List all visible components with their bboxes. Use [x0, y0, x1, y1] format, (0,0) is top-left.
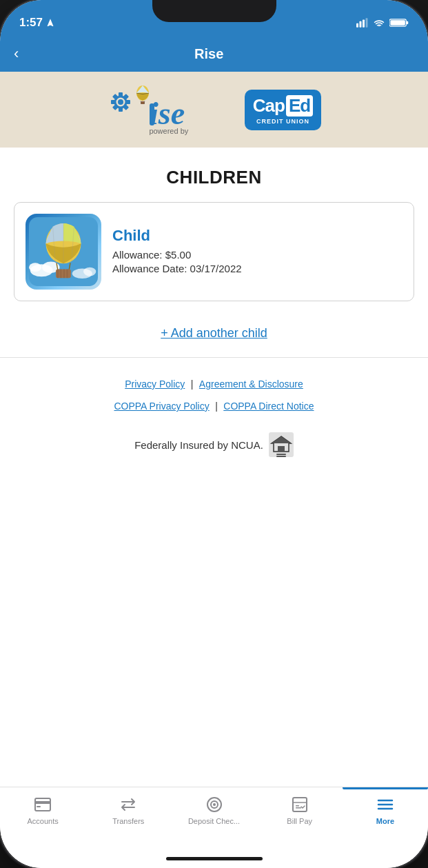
- federally-insured-text: Federally Insured by NCUA.: [134, 439, 263, 451]
- main-content: CHILDREN: [0, 148, 428, 787]
- status-time: 1:57: [19, 16, 55, 30]
- child-allowance-date: Allowance Date: 03/17/2022: [112, 263, 402, 274]
- back-button[interactable]: ‹: [14, 45, 19, 63]
- svg-point-51: [213, 803, 216, 806]
- agreement-disclosure-link[interactable]: Agreement & Disclosure: [199, 379, 303, 390]
- signal-icon: [356, 18, 369, 28]
- screen: 1:57: [0, 0, 428, 868]
- section-title: CHILDREN: [0, 148, 428, 202]
- home-bar: [166, 857, 263, 860]
- svg-rect-22: [150, 103, 154, 125]
- tab-deposit[interactable]: Deposit Chec...: [171, 796, 256, 825]
- billpay-icon: [291, 796, 309, 814]
- svg-rect-9: [119, 92, 123, 97]
- wifi-icon: [373, 18, 385, 28]
- svg-rect-0: [356, 23, 358, 28]
- accounts-label: Accounts: [27, 817, 58, 825]
- svg-rect-37: [60, 269, 61, 278]
- svg-rect-13: [119, 108, 123, 112]
- svg-point-26: [29, 263, 41, 272]
- transfers-label: Transfers: [112, 817, 144, 825]
- powered-by-text: powered by: [149, 127, 188, 135]
- child-name: Child: [112, 227, 402, 245]
- transfers-icon: [119, 796, 137, 814]
- svg-rect-2: [363, 20, 365, 28]
- tab-billpay[interactable]: Bill Pay: [257, 796, 343, 825]
- svg-rect-36: [57, 269, 59, 278]
- svg-rect-55: [296, 807, 301, 809]
- tab-transfers[interactable]: Transfers: [85, 796, 171, 825]
- svg-rect-15: [111, 100, 115, 104]
- svg-point-28: [83, 268, 96, 276]
- svg-rect-39: [67, 269, 68, 278]
- svg-rect-5: [406, 21, 408, 24]
- content-area: ise powered by Cap Ed CREDIT UNION: [0, 72, 428, 787]
- child-info: Child Allowance: $5.00 Allowance Date: 0…: [112, 227, 402, 276]
- sep1: |: [191, 379, 194, 390]
- accounts-icon: [34, 796, 52, 814]
- svg-rect-11: [126, 100, 130, 104]
- tab-accounts[interactable]: Accounts: [0, 796, 85, 825]
- notch: [152, 0, 276, 22]
- more-icon: [376, 796, 394, 814]
- svg-text:ise: ise: [150, 96, 185, 131]
- balloon-scene-svg: [29, 217, 98, 286]
- phone-shell: 1:57: [0, 0, 428, 868]
- privacy-policy-link[interactable]: Privacy Policy: [125, 379, 185, 390]
- svg-point-8: [118, 99, 123, 105]
- svg-rect-46: [35, 798, 50, 811]
- svg-rect-52: [293, 798, 307, 811]
- rise-logo-svg: ise: [107, 84, 231, 132]
- footer-links: Privacy Policy | Agreement & Disclosure …: [0, 358, 428, 425]
- caped-subtitle: CREDIT UNION: [256, 118, 309, 125]
- tab-bar: Accounts Transfers Deposit Chec...: [0, 787, 428, 849]
- navigation-icon: [45, 18, 55, 28]
- child-avatar: [26, 214, 101, 290]
- home-indicator: [0, 849, 428, 868]
- brand-banner: ise powered by Cap Ed CREDIT UNION: [0, 72, 428, 148]
- add-child-section: + Add another child: [0, 315, 428, 358]
- deposit-icon: [205, 796, 223, 814]
- svg-rect-45: [276, 456, 286, 457]
- deposit-label: Deposit Chec...: [188, 817, 240, 825]
- more-label: More: [376, 817, 394, 825]
- coppa-privacy-link[interactable]: COPPA Privacy Policy: [114, 401, 209, 412]
- add-child-link[interactable]: + Add another child: [161, 326, 267, 340]
- coppa-direct-link[interactable]: COPPA Direct Notice: [223, 401, 314, 412]
- child-card[interactable]: Child Allowance: $5.00 Allowance Date: 0…: [14, 202, 414, 301]
- battery-icon: [389, 18, 409, 28]
- svg-rect-54: [296, 805, 299, 807]
- child-allowance: Allowance: $5.00: [112, 249, 402, 261]
- svg-rect-38: [63, 269, 65, 278]
- tab-active-indicator: [343, 787, 428, 789]
- federally-insured: Federally Insured by NCUA.: [0, 425, 428, 471]
- nav-bar: ‹ Rise: [0, 36, 428, 72]
- nav-title: Rise: [27, 46, 391, 62]
- time-display: 1:57: [19, 16, 43, 30]
- caped-logo: Cap Ed CREDIT UNION: [245, 90, 321, 130]
- svg-rect-3: [366, 18, 368, 28]
- svg-rect-44: [276, 454, 286, 455]
- equal-housing-icon: [269, 432, 294, 457]
- svg-rect-6: [390, 20, 405, 25]
- sep2: |: [215, 401, 218, 412]
- svg-rect-48: [37, 806, 41, 807]
- svg-rect-43: [278, 446, 285, 452]
- svg-rect-47: [35, 801, 50, 804]
- billpay-label: Bill Pay: [287, 817, 312, 825]
- svg-rect-1: [360, 21, 362, 28]
- tab-more[interactable]: More: [343, 796, 428, 825]
- status-icons: [356, 18, 409, 28]
